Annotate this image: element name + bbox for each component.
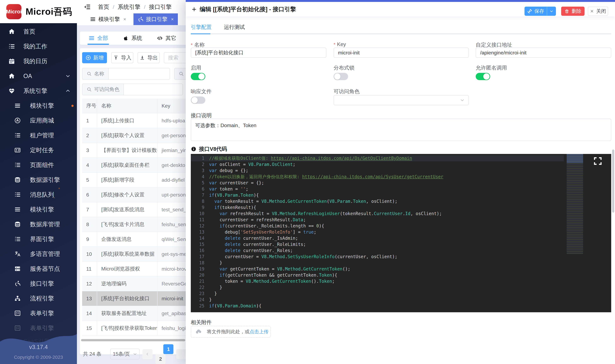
edit-drawer: 编辑 [[系统]平台初始化接] - 接口引擎 保存 删除 关闭 引擎配置运行测 <box>186 0 615 364</box>
window-tab-模块引擎[interactable]: 模块引擎× <box>86 13 130 25</box>
role-filter-input[interactable] <box>124 84 182 95</box>
menu-lines-icon <box>90 16 96 22</box>
breadcrumb: 首页/系统引擎/接口引擎 <box>84 2 172 12</box>
upload-dropzone[interactable]: 将文件拖到此处，或点击上传 <box>191 326 271 338</box>
code-line: 18 } <box>191 260 564 266</box>
close-button[interactable]: 关闭 <box>588 7 608 16</box>
sidebar-item-首页[interactable]: 首页 <box>0 24 77 39</box>
role-filter-label: 可访问角色 <box>83 84 124 95</box>
next-page-button[interactable] <box>176 349 186 359</box>
app-version: v3.17.4 <box>0 344 77 351</box>
lock-toggle[interactable] <box>334 73 348 80</box>
table-cell: 1 <box>82 113 97 128</box>
sidebar-subitem-模块引擎[interactable]: 模块引擎 <box>0 202 77 217</box>
name-field[interactable]: [系统]平台初始化接口 <box>191 48 326 58</box>
roles-label: 可访问角色 <box>334 88 360 95</box>
anonymous-label: 允许匿名调用 <box>476 64 507 71</box>
description-textarea[interactable]: 可选参数：Domain、Token <box>191 119 611 141</box>
sidebar-subitem-服务器节点[interactable]: 服务器节点 <box>0 261 77 276</box>
tab-close-icon[interactable]: × <box>171 17 174 22</box>
line-number: 22 <box>191 284 209 290</box>
breadcrumb-item[interactable]: 系统引擎 <box>118 4 140 10</box>
sidebar-item-label: 模块引擎 <box>30 206 54 214</box>
save-dropdown-button[interactable] <box>547 7 556 16</box>
code-line: 21 token = V8.Method.GetCurrentToken().T… <box>191 278 564 284</box>
editor-minimap[interactable] <box>567 154 583 312</box>
page-button-1[interactable]: 1 <box>163 344 173 354</box>
table-cell: 逆地理编码 <box>97 276 157 291</box>
sidebar-item-我的日历[interactable]: 我的日历 <box>0 54 77 69</box>
sitemap-icon <box>14 295 21 302</box>
roles-select[interactable] <box>334 95 469 105</box>
column-header[interactable]: 名称 <box>97 99 157 113</box>
sidebar-subitem-数据库管理[interactable]: 数据库管理 <box>0 217 77 232</box>
filter-tab-系统[interactable]: 系统 <box>123 32 142 45</box>
window-tabs: 模块引擎×接口引擎× <box>86 13 178 25</box>
prev-page-button[interactable] <box>142 349 153 359</box>
key-field-label: *Key <box>334 41 346 47</box>
filter-tab-其它[interactable]: 其它 <box>157 32 176 45</box>
table-cell: 14 <box>82 306 97 321</box>
breadcrumb-item[interactable]: 首页 <box>98 4 109 10</box>
response-file-label: 响应文件 <box>191 88 212 95</box>
line-number: 21 <box>191 278 209 284</box>
import-button[interactable]: 导入 <box>111 52 133 63</box>
sidebar-subitem-页面组件[interactable]: 页面组件 <box>0 157 77 172</box>
sidebar-subitem-接口引擎[interactable]: 接口引擎 <box>0 276 77 291</box>
sidebar-item-我的工作[interactable]: 我的工作 <box>0 39 77 54</box>
table-cell: 8 <box>82 217 97 232</box>
home-icon <box>8 28 15 35</box>
url-field[interactable]: /apiengine/microi-init <box>476 48 611 58</box>
id-card-icon <box>14 147 21 154</box>
drawer-scrollbar[interactable] <box>612 150 614 213</box>
window-tab-接口引擎[interactable]: 接口引擎× <box>133 13 178 25</box>
sidebar-item-OA[interactable]: OA <box>0 69 77 83</box>
line-number: 23 <box>191 290 209 297</box>
add-button[interactable]: 新增 <box>82 52 107 63</box>
sidebar-subitem-租户管理[interactable]: 租户管理 <box>0 128 77 143</box>
sidebar-subitem-流程引擎[interactable]: 流程引擎 <box>0 291 77 306</box>
name-filter-input[interactable] <box>109 68 170 79</box>
notification-dot <box>71 105 74 107</box>
sidebar-subitem-表单引擎[interactable]: 表单引擎 <box>0 306 77 321</box>
sidebar-item-系统引擎[interactable]: 系统引擎 <box>0 83 77 98</box>
page-button-2[interactable]: 2 <box>155 354 166 364</box>
sidebar-subitem-应用商城[interactable]: 应用商城 <box>0 113 77 128</box>
filter-tab-全部[interactable]: 全部 <box>88 32 108 45</box>
line-number: 11 <box>191 217 209 223</box>
particle-dot <box>54 197 55 198</box>
info-icon <box>191 146 196 152</box>
fullscreen-icon[interactable] <box>593 156 603 166</box>
chevron-down-icon <box>133 352 137 356</box>
sidebar-collapse-icon[interactable] <box>84 3 91 11</box>
sidebar-subitem-界面引擎[interactable]: 界面引擎 <box>0 232 77 247</box>
code-line: 8 var tokenResult = V8.Method.GetCurrent… <box>191 198 564 204</box>
breadcrumb-item[interactable]: 接口引擎 <box>149 4 172 10</box>
sidebar-subitem-多语言管理[interactable]: 多语言管理 <box>0 247 77 261</box>
export-button[interactable]: 导出 <box>138 52 160 63</box>
tab-close-icon[interactable]: × <box>123 17 126 22</box>
chev-up-icon <box>65 88 70 93</box>
horizontal-scrollbar[interactable] <box>81 339 185 341</box>
language-icon <box>14 251 21 257</box>
delete-button[interactable]: 删除 <box>561 7 585 16</box>
page-size-select[interactable]: 15条/页 <box>110 349 140 359</box>
close-icon <box>590 9 594 13</box>
sidebar-subitem-消息队列[interactable]: 消息队列 <box>0 187 77 202</box>
table-cell: 获取服务器配置地址 <box>97 306 157 321</box>
name-filter-label: 名称 <box>83 68 109 79</box>
anonymous-toggle[interactable] <box>476 73 490 80</box>
code-editor[interactable]: 1//根据域名获取OsClient值: https://api-china.it… <box>191 154 611 312</box>
column-header[interactable]: 序号 <box>82 99 97 113</box>
response-file-toggle[interactable] <box>191 97 205 104</box>
save-button[interactable]: 保存 <box>525 7 556 16</box>
sidebar-subitem-模块引擎[interactable]: 模块引擎 <box>0 98 77 113</box>
code-line: 12 if(currentUser._RoleLimits.length == … <box>191 223 564 229</box>
sidebar-subitem-数据源引擎[interactable]: 数据源引擎 <box>0 172 77 187</box>
sidebar-subitem-定时任务[interactable]: 定时任务 <box>0 143 77 157</box>
code-line: 10 var refreshResult = V8.Method.Refresh… <box>191 210 564 217</box>
key-field[interactable]: microi-init <box>334 48 469 58</box>
enable-toggle[interactable] <box>191 73 205 80</box>
table-cell: 15 <box>82 321 97 336</box>
upload-link[interactable]: 点击上传 <box>250 329 268 334</box>
